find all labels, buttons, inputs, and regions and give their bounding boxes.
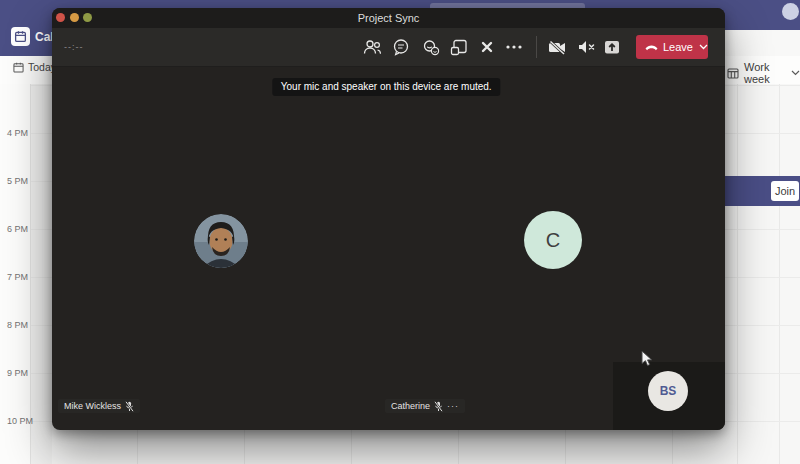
self-avatar: BS	[648, 371, 688, 411]
calendar-app-icon[interactable]	[11, 27, 30, 46]
meeting-toolbar: --:--	[52, 28, 725, 67]
calendar-header: Calendar	[0, 0, 56, 56]
calendar-icon	[14, 30, 27, 43]
participant-avatar-photo	[194, 214, 248, 268]
mouse-cursor	[641, 350, 654, 368]
calendar-week-icon	[727, 67, 739, 79]
profile-avatar[interactable]	[782, 3, 799, 20]
leave-label: Leave	[663, 41, 693, 53]
person-photo-icon	[194, 214, 248, 268]
time-gutter: 4 PM 5 PM 6 PM 7 PM 8 PM 9 PM 10 PM	[0, 84, 31, 464]
chat-button[interactable]	[389, 35, 413, 59]
window-titlebar: Project Sync	[52, 8, 725, 28]
join-label: Join	[775, 185, 795, 197]
grid-line	[737, 84, 738, 464]
time-label: 4 PM	[7, 128, 28, 138]
muted-tooltip: Your mic and speaker on this device are …	[272, 78, 501, 96]
meeting-timer: --:--	[64, 28, 84, 66]
mic-off-icon	[125, 401, 134, 412]
mic-off-icon	[434, 401, 443, 412]
more-dots-icon	[506, 45, 522, 49]
hang-up-icon	[644, 44, 659, 51]
share-arrow-icon	[602, 38, 622, 56]
self-initials: BS	[660, 384, 677, 398]
leave-split-button: Leave	[636, 35, 708, 59]
more-options-button[interactable]	[502, 35, 526, 59]
time-label: 5 PM	[7, 176, 28, 186]
window-title: Project Sync	[52, 8, 725, 28]
speaker-toggle-button[interactable]	[574, 35, 598, 59]
share-screen-button[interactable]	[600, 35, 624, 59]
participant-avatar-initial: C	[524, 211, 582, 269]
participant-name: Mike Wickless	[64, 401, 121, 411]
time-label: 9 PM	[7, 368, 28, 378]
avatar-initial-letter: C	[546, 229, 560, 252]
today-button[interactable]: Today	[13, 61, 56, 73]
calendar-day-column	[31, 84, 52, 464]
breakout-rooms-button[interactable]	[447, 35, 471, 59]
chevron-down-icon	[699, 44, 708, 50]
x-icon	[480, 40, 494, 54]
participant-name-pill: Catherine ···	[385, 399, 465, 413]
time-label: 10 PM	[7, 416, 33, 426]
crossed-x-button[interactable]	[475, 35, 499, 59]
meeting-window: Project Sync --:--	[52, 8, 725, 430]
chat-icon	[392, 38, 410, 56]
view-label: Work week	[744, 61, 786, 85]
participants-button[interactable]	[360, 35, 384, 59]
join-button[interactable]: Join	[771, 181, 799, 201]
people-icon	[363, 38, 382, 56]
toolbar-divider	[536, 36, 537, 58]
calendar-outline-icon	[13, 62, 24, 73]
camera-off-icon	[547, 38, 567, 56]
reactions-button[interactable]	[419, 35, 443, 59]
time-label: 8 PM	[7, 320, 28, 330]
reactions-icon	[422, 39, 440, 56]
speaker-muted-icon	[577, 39, 596, 55]
self-view-tile[interactable]: BS	[613, 362, 725, 430]
time-label: 6 PM	[7, 224, 28, 234]
view-selector[interactable]: Work week	[727, 61, 800, 85]
leave-button[interactable]: Leave	[636, 35, 699, 59]
leave-dropdown-button[interactable]	[699, 35, 708, 59]
camera-toggle-button[interactable]	[545, 35, 569, 59]
pop-out-square-icon	[450, 38, 468, 56]
desktop-screen: New meeting Calendar Today Work week 17 …	[0, 0, 800, 464]
participant-name: Catherine	[391, 401, 430, 411]
chevron-down-icon	[791, 70, 800, 76]
participant-name-pill: Mike Wickless	[58, 399, 140, 413]
participant-more-button[interactable]: ···	[447, 402, 459, 411]
time-label: 7 PM	[7, 272, 28, 282]
